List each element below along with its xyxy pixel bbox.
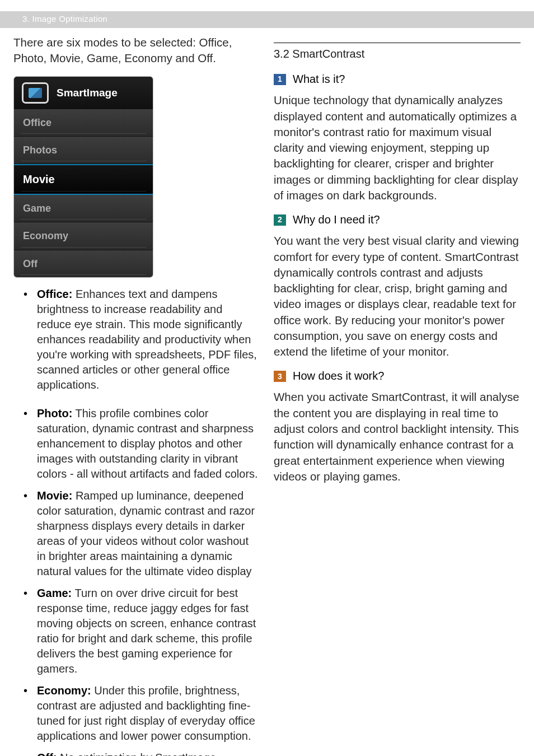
badge-2-icon: 2 [274, 214, 286, 226]
question-3-label: How does it work? [293, 368, 384, 384]
intro-text: There are six modes to be selected: Offi… [13, 35, 260, 66]
menu-item-off[interactable]: Off [14, 250, 153, 277]
list-item: Economy: Under this profile, brightness,… [24, 683, 259, 744]
list-item: Office: Enhances text and dampens bright… [24, 287, 259, 393]
desc-game: Turn on over drive circuit for best resp… [37, 587, 256, 675]
term-office: Office: [37, 288, 72, 300]
list-item: Photo: This profile combines color satur… [24, 406, 259, 482]
desc-office: Enhances text and dampens brightness to … [37, 288, 257, 391]
menu-item-economy[interactable]: Economy [14, 222, 153, 250]
term-photo: Photo: [37, 407, 72, 419]
list-item: Off: No optimization by SmartImage. [24, 750, 259, 756]
list-item: Movie: Ramped up luminance, deepened col… [24, 488, 259, 579]
paragraph-2: You want the very best visual clarity an… [274, 233, 521, 360]
smartimage-title: SmartImage [57, 86, 118, 100]
badge-1-icon: 1 [274, 74, 286, 85]
menu-item-photos[interactable]: Photos [14, 137, 153, 164]
question-1-label: What is it? [293, 72, 345, 87]
menu-item-movie[interactable]: Movie [14, 164, 153, 195]
term-movie: Movie: [37, 489, 72, 502]
smartimage-icon [22, 82, 49, 104]
term-game: Game: [37, 587, 72, 599]
menu-item-office[interactable]: Office [14, 109, 153, 137]
list-item: Game: Turn on over drive circuit for bes… [24, 586, 259, 676]
question-1: 1 What is it? [274, 72, 521, 87]
desc-movie: Ramped up luminance, deepened color satu… [37, 489, 255, 577]
menu-item-game[interactable]: Game [14, 195, 153, 222]
paragraph-1: Unique technology that dynamically analy… [274, 92, 521, 203]
smartimage-header: SmartImage [14, 77, 153, 109]
chapter-bar: 3. Image Optimization [0, 11, 534, 28]
term-economy: Economy: [37, 684, 91, 697]
desc-off: No optimization by SmartImage. [57, 752, 219, 756]
section-title: 3.2 SmartContrast [274, 46, 521, 62]
smartimage-menu: SmartImage Office Photos Movie Game Econ… [13, 76, 153, 278]
bullet-list: Office: Enhances text and dampens bright… [13, 287, 260, 756]
question-2-label: Why do I need it? [293, 212, 380, 227]
section-rule [274, 43, 521, 43]
paragraph-3: When you activate SmartContrast, it will… [274, 389, 521, 484]
term-off: Off: [37, 752, 57, 756]
question-2: 2 Why do I need it? [274, 212, 521, 227]
badge-3-icon: 3 [274, 371, 286, 382]
question-3: 3 How does it work? [274, 368, 521, 384]
